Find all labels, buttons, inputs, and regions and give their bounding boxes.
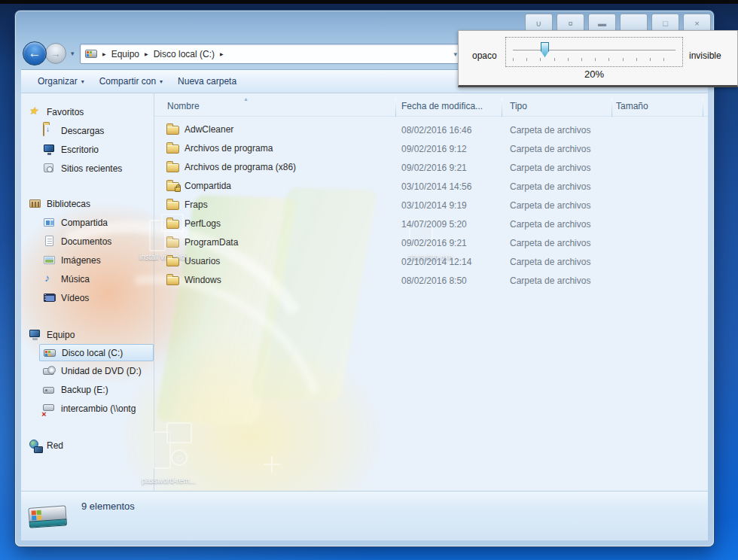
opaque-label: opaco [472,50,497,61]
file-row-archivos-de-programa-x86[interactable]: Archivos de programa (x86) 09/02/2016 9:… [154,160,708,178]
explorer-client-area: install virtualdi... atwsetup.exe passwo… [21,93,708,540]
file-date: 08/02/2016 8:50 [401,275,467,286]
file-type: Carpeta de archivos [510,238,590,248]
file-name: Usuarios [184,256,220,266]
invisible-label: invisible [689,50,721,61]
organize-button[interactable]: Organizar ▾ [30,73,92,90]
local-disk-icon [44,347,57,359]
sidebar-item-sitios-recientes[interactable]: Sitios recientes [21,159,154,178]
chevron-down-icon: ▾ [160,78,163,85]
locked-folder-icon [166,182,179,191]
ghost-desktop-icon-installer [153,422,200,472]
column-separator[interactable] [703,98,703,117]
file-type: Carpeta de archivos [510,163,590,173]
slider-ticks [513,58,675,61]
file-row-usuarios[interactable]: Usuarios 02/10/2014 12:14 Carpeta de arc… [154,254,708,272]
address-bar[interactable]: ▶ Equipo ▶ Disco local (C:) ▶ ▾ [80,44,462,64]
breadcrumb-item-disco-local[interactable]: Disco local (C:) [154,49,215,59]
sidebar-section-favoritos[interactable]: ★ Favoritos [21,102,154,121]
item-label: intercambio (\\ontg [61,403,136,414]
sidebar-item-documentos[interactable]: Documentos [21,232,154,251]
file-list: AdwCleaner 08/02/2016 16:46 Carpeta de a… [154,122,708,291]
file-row-adwcleaner[interactable]: AdwCleaner 08/02/2016 16:46 Carpeta de a… [154,122,708,141]
sidebar-item-compartida[interactable]: Compartida [21,213,154,232]
section-label: Favoritos [47,107,84,117]
item-label: Vídeos [61,293,89,303]
file-type: Carpeta de archivos [510,125,590,135]
share-with-label: Compartir con [99,76,156,87]
disconnected-network-drive-icon: × [43,403,56,415]
item-label: Backup (E:) [61,385,108,395]
file-row-windows[interactable]: Windows 08/02/2016 8:50 Carpeta de archi… [154,272,708,291]
back-button[interactable]: ← [23,41,47,65]
sidebar-section-equipo[interactable]: Equipo [21,325,154,344]
column-separator[interactable] [611,98,612,117]
file-type: Carpeta de archivos [510,219,590,230]
file-row-archivos-de-programa[interactable]: Archivos de programa 09/02/2016 9:12 Car… [154,141,708,160]
file-date: 09/02/2016 9:21 [401,163,467,173]
column-header-tamano[interactable]: Tamaño [616,101,648,111]
column-header-tipo[interactable]: Tipo [510,101,527,111]
sidebar-item-intercambio[interactable]: × intercambio (\\ontg [21,399,154,418]
file-row-programdata[interactable]: ProgramData 09/02/2016 9:21 Carpeta de a… [154,235,708,254]
sidebar-item-imagenes[interactable]: Imágenes [21,251,154,269]
sidebar-section-bibliotecas[interactable]: Bibliotecas [21,194,154,213]
folder-icon [166,257,179,266]
share-with-button[interactable]: Compartir con ▾ [92,73,170,90]
file-row-compartida[interactable]: Compartida 03/10/2014 14:56 Carpeta de a… [154,178,708,197]
sidebar-item-disco-local-c[interactable]: Disco local (C:) [39,344,154,361]
file-date: 03/10/2014 14:56 [401,181,471,192]
sidebar-item-escritorio[interactable]: Escritorio [21,140,154,159]
opacity-slider-panel: opaco invisible 20% [458,30,738,87]
forward-button[interactable]: → [45,43,66,64]
file-name: Windows [184,275,221,285]
section-label: Red [47,440,63,451]
new-folder-label: Nueva carpeta [178,76,236,87]
organize-label: Organizar [38,76,78,87]
column-separator[interactable] [502,98,502,117]
sidebar-item-unidad-dvd-d[interactable]: Unidad de DVD (D:) [21,361,154,380]
file-type: Carpeta de archivos [510,200,590,211]
file-type: Carpeta de archivos [510,275,590,286]
file-name: Archivos de programa (x86) [184,162,296,172]
file-row-perflogs[interactable]: PerfLogs 14/07/2009 5:20 Carpeta de arch… [154,216,708,235]
new-folder-button[interactable]: Nueva carpeta [170,73,244,90]
chevron-down-icon: ▾ [81,78,84,85]
item-label: Escritorio [61,145,99,155]
sidebar-item-descargas[interactable]: ↓ Descargas [21,121,154,140]
item-label: Descargas [61,126,104,136]
sidebar-section-red[interactable]: Red [21,436,154,455]
explorer-window: ← → ▾ ▶ Equipo ▶ Disco local (C:) ▶ ▾ Or… [15,11,714,546]
slider-track[interactable] [513,50,675,52]
file-name: AdwCleaner [184,124,233,135]
history-dropdown-icon[interactable]: ▾ [71,50,75,57]
column-header-nombre[interactable]: Nombre [167,101,200,111]
file-row-fraps[interactable]: Fraps 03/10/2014 9:19 Carpeta de archivo… [154,197,708,216]
library-icon [43,217,56,229]
opacity-slider[interactable] [505,37,683,67]
item-label: Unidad de DVD (D:) [61,366,142,376]
address-dropdown-icon[interactable]: ▾ [453,50,457,58]
opacity-value: 20% [505,68,683,80]
sidebar-item-videos[interactable]: Vídeos [21,288,154,307]
folder-icon [166,163,179,172]
drive-icon [85,50,97,58]
libraries-icon [29,198,42,210]
sidebar-item-backup-e[interactable]: Backup (E:) [21,380,154,399]
folder-icon [166,220,179,229]
recent-places-icon [43,163,56,175]
file-name: Fraps [184,199,208,210]
sidebar-item-musica[interactable]: ♪ Música [21,269,154,288]
desktop-icon [43,144,56,156]
breadcrumb-item-equipo[interactable]: Equipo [111,49,139,59]
column-header-fecha[interactable]: Fecha de modifica... [401,101,483,111]
breadcrumb-arrow-icon: ▶ [102,51,106,56]
slider-thumb[interactable] [541,42,549,57]
folder-icon [166,145,179,154]
backup-drive-icon [43,384,56,396]
column-separator[interactable] [395,98,396,117]
file-name: Archivos de programa [184,143,273,154]
folder-icon [166,126,179,135]
item-count: 9 elementos [81,501,135,512]
file-type: Carpeta de archivos [510,181,590,192]
